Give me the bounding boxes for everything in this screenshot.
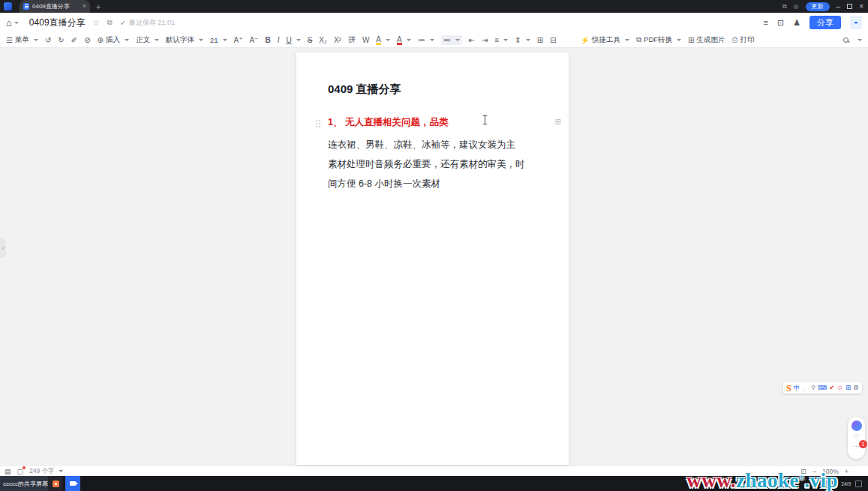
document-heading[interactable]: 1、 无人直播相关问题，品类 (328, 116, 554, 129)
bullet-list-button[interactable]: ≔ (418, 36, 434, 44)
undo-button[interactable]: ↺ (45, 36, 51, 44)
star-icon[interactable]: ☆ (93, 19, 100, 27)
underline-button[interactable]: U (286, 36, 300, 44)
menu-button[interactable]: ☰ 菜单 (6, 35, 38, 45)
body-line: 连衣裙、男鞋、凉鞋、冰袖等，建议女装为主 (328, 135, 542, 154)
ime-mic-icon[interactable]: ⚲ (811, 385, 815, 391)
numbered-list-button[interactable]: ≕ (441, 35, 462, 45)
sidebar-icon[interactable]: ⧉ (782, 3, 787, 10)
clear-format-button[interactable]: ⊘ (84, 36, 90, 44)
window-minimize-button[interactable]: – (836, 2, 841, 10)
hamburger-menu-icon[interactable]: ≡ (763, 18, 767, 27)
collapse-toolbar-button[interactable] (855, 39, 862, 41)
generate-image-button[interactable]: ⊞ 生成图片 (688, 35, 725, 45)
bold-button[interactable]: B (265, 36, 270, 44)
redo-button[interactable]: ↻ (58, 36, 64, 44)
document-page[interactable]: 0409 直播分享 1、 无人直播相关问题，品类 连衣裙、男鞋、凉鞋、冰袖等，建… (296, 52, 569, 465)
insert-table-button[interactable]: ⊞ (537, 36, 543, 44)
present-mode-icon[interactable]: ⊡ (777, 18, 784, 28)
window-maximize-button[interactable] (847, 4, 852, 9)
ime-logo-icon[interactable]: S (786, 384, 791, 393)
pinyin-button[interactable]: 拼 (348, 34, 356, 45)
table-icon: ⊞ (537, 36, 543, 44)
quick-tools-button[interactable]: ⚡ 快捷工具 (580, 35, 629, 45)
subscript-button[interactable]: X₂ (319, 36, 327, 44)
screen: 0409直播分享 × + ⧉ ◎ 更新 – × ⌂ 0409直播分享 ☆ ⧉ ✓… (0, 0, 868, 491)
ime-apps-icon[interactable]: ⊞ (845, 385, 851, 391)
format-toolbar: ☰ 菜单 ↺ ↻ ✐ ⊘ ⊕ 插入 正文 默认字体 21 A⁺ A⁻ B I U… (0, 32, 868, 48)
move-to-folder-icon[interactable]: ⧉ (107, 18, 113, 27)
screen-share-label[interactable]: ccccc的共享屏幕 (0, 476, 48, 491)
share-more-button[interactable] (850, 16, 862, 29)
chevron-down-icon (296, 39, 301, 41)
comment-button[interactable]: ⊟ (550, 36, 556, 44)
comment-icon: ⊟ (550, 36, 556, 44)
ime-mode-chinese-icon[interactable]: 中 (794, 385, 800, 391)
indent-button[interactable]: ⇥ (482, 36, 488, 44)
browser-tab[interactable]: 0409直播分享 × (20, 0, 90, 13)
word-count[interactable]: 249 个字 (29, 467, 63, 476)
ime-vcheck-icon[interactable]: ✔ (829, 385, 834, 391)
add-comment-icon[interactable]: ⊞ (555, 118, 561, 126)
browser-logo-icon[interactable] (4, 2, 12, 10)
search-button[interactable] (843, 37, 848, 43)
pdf-convert-button[interactable]: ⧉ PDF转换 (636, 35, 681, 45)
font-size-select[interactable]: 21 (210, 36, 227, 44)
floating-widget[interactable]: ♡ ⋯ 1 (848, 417, 865, 459)
invite-collaborator-icon[interactable]: ♟ (793, 18, 800, 28)
insert-plus-icon: ⊕ (98, 36, 104, 44)
strikethrough-button[interactable]: S (308, 36, 313, 44)
taskbar-app-icon-2[interactable] (65, 476, 80, 491)
page-mode-icon[interactable]: ▢ (17, 468, 24, 475)
tab-close-icon[interactable]: × (83, 3, 86, 10)
format-painter-icon: ✐ (71, 36, 77, 44)
taskbar-app-icon-1[interactable] (48, 476, 63, 491)
line-spacing-button[interactable]: ⇕ (515, 36, 530, 44)
ime-emoji-icon[interactable]: ☺ (836, 385, 843, 391)
char-border-button[interactable]: W (362, 36, 369, 44)
browser-update-button[interactable]: 更新 (806, 2, 830, 11)
font-color-button[interactable]: A (397, 35, 411, 45)
font-family-select[interactable]: 默认字体 (166, 35, 203, 45)
new-tab-button[interactable]: + (96, 2, 101, 11)
chevron-down-icon (677, 39, 681, 41)
profile-icon[interactable]: ◎ (794, 3, 799, 10)
print-button[interactable]: ⎙ 打印 (732, 35, 755, 45)
window-close-button[interactable]: × (859, 2, 863, 10)
ime-toolbar[interactable]: S 中 、 ⚲ ⌨ ✔ ☺ ⊞ ⚙ (783, 382, 862, 394)
tray-app-icon[interactable] (855, 481, 862, 487)
chevron-down-icon (199, 39, 203, 41)
highlight-icon: A (376, 35, 381, 45)
document-title[interactable]: 0409 直播分享 (328, 82, 554, 97)
document-paragraph[interactable]: 连衣裙、男鞋、凉鞋、冰袖等，建议女装为主 素材处理时音频务必重要，还有素材的审美… (328, 135, 542, 193)
doc-title[interactable]: 0409直播分享 (29, 16, 86, 29)
align-button[interactable]: ≡ (494, 36, 508, 44)
quick-tools-icon: ⚡ (580, 36, 589, 44)
outline-panel-toggle[interactable]: ‹ (0, 238, 6, 258)
heart-icon[interactable]: ♡ (853, 433, 860, 441)
block-drag-handle[interactable] (316, 120, 321, 128)
share-button[interactable]: 分享 (809, 16, 841, 29)
italic-button[interactable]: I (278, 36, 280, 44)
outdent-button[interactable]: ⇤ (469, 36, 475, 44)
superscript-button[interactable]: X² (334, 36, 341, 44)
highlight-color-button[interactable]: A (376, 35, 390, 45)
format-painter-button[interactable]: ✐ (71, 36, 77, 44)
redo-icon: ↻ (58, 36, 64, 44)
font-smaller-button[interactable]: A⁻ (249, 36, 258, 44)
watermark-suffix: .vip (804, 469, 838, 491)
bullet-list-icon: ≔ (418, 36, 425, 44)
paragraph-style-select[interactable]: 正文 (136, 35, 159, 45)
ime-punctuation-icon[interactable]: 、 (802, 385, 809, 391)
avatar[interactable] (851, 421, 862, 431)
insert-button[interactable]: ⊕ 插入 (98, 35, 129, 45)
italic-icon: I (278, 36, 280, 44)
home-icon[interactable]: ⌂ (6, 17, 12, 28)
outline-icon[interactable]: ▤ (5, 468, 11, 475)
home-caret-icon[interactable] (14, 22, 19, 24)
ime-keyboard-icon[interactable]: ⌨ (818, 385, 827, 391)
zoom-in-icon[interactable]: + (845, 468, 848, 475)
taskbar-tray: 24/9 (841, 481, 868, 487)
ime-toolbox-icon[interactable]: ⚙ (853, 385, 859, 391)
font-bigger-button[interactable]: A⁺ (234, 36, 243, 44)
